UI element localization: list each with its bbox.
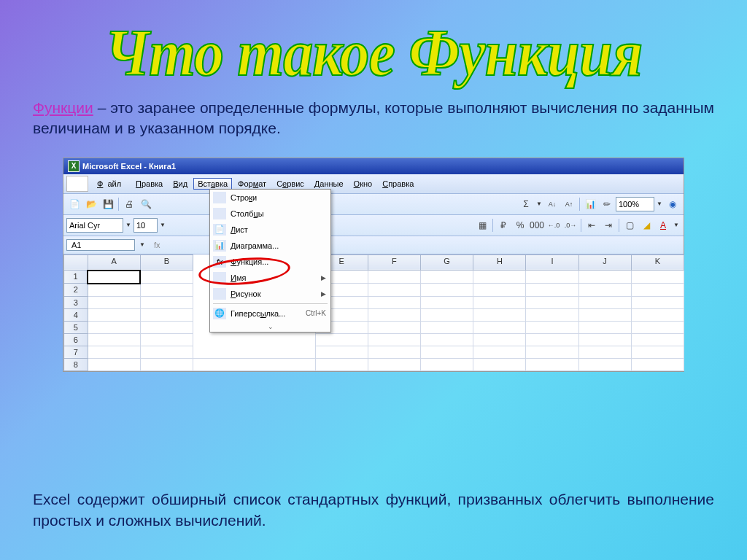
term-functions: Функции	[33, 99, 93, 116]
sum-icon[interactable]: Σ	[518, 196, 534, 212]
globe-icon: 🌐	[213, 308, 226, 319]
indent-dec-icon[interactable]: ⇤	[584, 217, 600, 233]
toolbar-format: ▼ ▼ ▦ ₽ % 000 ←.0 .0→ ⇤ ⇥ ▢ ◢ A ▼	[63, 215, 684, 236]
fx-icon: fx	[213, 256, 226, 268]
percent-icon[interactable]: %	[512, 217, 528, 233]
menu-help[interactable]: Справка	[378, 178, 418, 190]
zoom-input[interactable]	[616, 197, 654, 211]
menu-item-sheet[interactable]: 📄Лист	[210, 222, 330, 238]
menu-item-cols[interactable]: Столбцы	[210, 206, 330, 222]
menu-item-picture[interactable]: Рисунок▶	[210, 286, 330, 302]
excel-icon: X	[68, 160, 80, 172]
doc-icon	[66, 176, 88, 192]
name-box[interactable]: A1	[66, 239, 135, 251]
chart-icon: 📊	[213, 240, 226, 252]
window-titlebar: X Microsoft Excel - Книга1	[63, 158, 684, 174]
menu-item-chart[interactable]: 📊Диаграмма...	[210, 238, 330, 254]
help-icon[interactable]: ◉	[665, 196, 681, 212]
currency-icon[interactable]: ₽	[495, 217, 511, 233]
menu-window[interactable]: Окно	[349, 178, 377, 190]
menu-insert[interactable]: Вставка	[193, 178, 232, 190]
toolbar-standard: 📄 📂 💾 🖨 🔍 Σ ▼ A↓ A↑ 📊 ✏ ▼ ◉	[63, 194, 684, 215]
menu-format[interactable]: Формат	[233, 178, 271, 190]
col-header[interactable]: G	[420, 254, 473, 271]
name-box-bar: A1 ▼ fx	[63, 236, 684, 254]
chart-icon[interactable]: 📊	[582, 196, 598, 212]
menu-item-name[interactable]: Имя▶	[210, 270, 330, 286]
drawing-icon[interactable]: ✏	[599, 196, 615, 212]
menu-data[interactable]: Данные	[310, 178, 348, 190]
worksheet-grid: A B E F G H I J K 1 2 3 4 5 6 7 8	[63, 254, 684, 371]
save-icon[interactable]: 💾	[100, 196, 116, 212]
zoom-drop-icon[interactable]: ▼	[655, 196, 664, 212]
sort-desc-icon[interactable]: A↑	[561, 196, 577, 212]
dec-dec-icon[interactable]: .0→	[562, 217, 578, 233]
print-icon[interactable]: 🖨	[121, 196, 137, 212]
insert-menu-dropdown: Строки Столбцы 📄Лист 📊Диаграмма... fxФун…	[209, 189, 331, 332]
menu-tools[interactable]: Сервис	[272, 178, 309, 190]
col-header[interactable]: B	[140, 254, 193, 271]
comma-icon[interactable]: 000	[529, 217, 545, 233]
fill-icon[interactable]: ◢	[638, 217, 654, 233]
new-icon[interactable]: 📄	[66, 196, 82, 212]
menu-file[interactable]: Файл	[93, 178, 130, 190]
cell-A1[interactable]	[88, 271, 140, 284]
dec-inc-icon[interactable]: ←.0	[546, 217, 562, 233]
menu-item-rows[interactable]: Строки	[210, 190, 330, 206]
border-icon[interactable]: ▢	[622, 217, 638, 233]
menu-view[interactable]: Вид	[169, 178, 192, 190]
fx-icon[interactable]: fx	[154, 241, 160, 249]
paragraph-2: Excel содержит обширный список стандартн…	[33, 489, 714, 531]
paragraph-1: Функции – это заранее определенные форму…	[0, 87, 747, 139]
menu-edit[interactable]: Правка	[131, 178, 167, 190]
menu-bar: Файл Правка Вид Вставка Формат Сервис Да…	[63, 174, 684, 194]
preview-icon[interactable]: 🔍	[138, 196, 154, 212]
col-header[interactable]: K	[631, 254, 684, 271]
col-header[interactable]: I	[526, 254, 578, 271]
sort-asc-icon[interactable]: A↓	[544, 196, 560, 212]
font-input[interactable]	[66, 218, 123, 233]
col-header[interactable]: J	[578, 254, 631, 271]
col-header[interactable]: F	[368, 254, 420, 271]
sheet-icon: 📄	[213, 224, 226, 236]
dropdown-icon[interactable]: ▼	[535, 196, 543, 212]
menu-item-function[interactable]: fxФункция...	[210, 254, 330, 270]
select-all-corner[interactable]	[64, 254, 88, 271]
merge-icon[interactable]: ▦	[474, 217, 490, 233]
menu-item-hyperlink[interactable]: 🌐Гиперссылка...Ctrl+K	[210, 306, 330, 322]
menu-expand-icon[interactable]: ⌄	[210, 322, 330, 332]
indent-inc-icon[interactable]: ⇥	[600, 217, 616, 233]
excel-screenshot: X Microsoft Excel - Книга1 Файл Правка В…	[63, 158, 684, 372]
slide-title: Что такое Функция	[0, 0, 747, 91]
open-icon[interactable]: 📂	[83, 196, 99, 212]
fontcolor-icon[interactable]: A	[655, 217, 671, 233]
col-header[interactable]: H	[473, 254, 526, 271]
col-header[interactable]: A	[88, 254, 140, 271]
fontsize-input[interactable]	[133, 218, 158, 233]
